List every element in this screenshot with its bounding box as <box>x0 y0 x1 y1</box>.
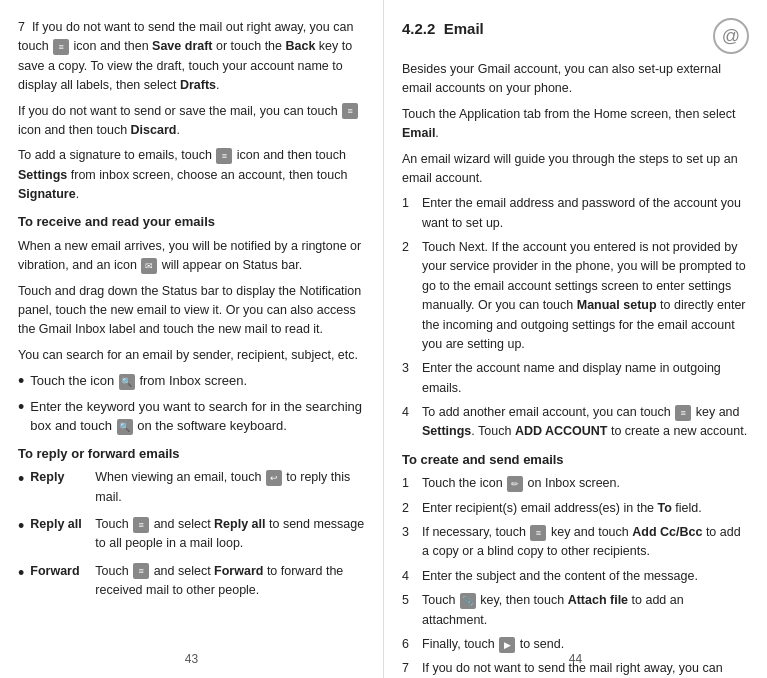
forward-icon: ≡ <box>133 563 149 579</box>
reply-all-row: • Reply all Touch ≡ and select Reply all… <box>18 515 365 554</box>
reply-all-desc: Touch ≡ and select Reply all to send mes… <box>95 515 365 554</box>
send-6-text: Finally, touch ▶ to send. <box>422 635 749 654</box>
bullet-dot-2: • <box>18 398 24 416</box>
forward-bullet: • <box>18 564 24 582</box>
para-search-intro: You can search for an email by sender, r… <box>18 346 365 365</box>
reply-all-icon: ≡ <box>133 517 149 533</box>
reply-row: • Reply When viewing an email, touch ↩ t… <box>18 468 365 507</box>
right-p3: An email wizard will guide you through t… <box>402 150 749 189</box>
para-receive-2: Touch and drag down the Status bar to di… <box>18 282 365 340</box>
send-5-text: Touch 📎 key, then touch Attach file to a… <box>422 591 749 630</box>
para-signature: To add a signature to emails, touch ≡ ic… <box>18 146 365 204</box>
bullet-touch-icon: • Touch the icon 🔍 from Inbox screen. <box>18 371 365 391</box>
step-4-text: To add another email account, you can to… <box>422 403 749 442</box>
section-422-header: 4.2.2 Email @ <box>402 18 749 54</box>
section-422-title: 4.2.2 Email <box>402 18 484 41</box>
reply-bullet: • <box>18 470 24 488</box>
send-2-num: 2 <box>402 499 418 518</box>
reply-label: Reply <box>30 468 95 487</box>
step-1: 1 Enter the email address and password o… <box>402 194 749 233</box>
send-step-5: 5 Touch 📎 key, then touch Attach file to… <box>402 591 749 630</box>
step-4-num: 4 <box>402 403 418 422</box>
send-icon: ▶ <box>499 637 515 653</box>
send-1-text: Touch the icon ✏ on Inbox screen. <box>422 474 749 493</box>
settings-icon-inline: ≡ <box>216 148 232 164</box>
step-2: 2 Touch Next. If the account you entered… <box>402 238 749 354</box>
search-keyboard-icon: 🔍 <box>117 419 133 435</box>
menu-icon-small: ≡ <box>342 103 358 119</box>
bullet-keyword-text: Enter the keyword you want to search for… <box>30 397 365 436</box>
send-3-text: If necessary, touch ≡ key and touch Add … <box>422 523 749 562</box>
compose-icon: ✏ <box>507 476 523 492</box>
step-3-text: Enter the account name and display name … <box>422 359 749 398</box>
draft-icon: ≡ <box>53 39 69 55</box>
step-4: 4 To add another email account, you can … <box>402 403 749 442</box>
bullet-keyword: • Enter the keyword you want to search f… <box>18 397 365 436</box>
right-page: 4.2.2 Email @ Besides your Gmail account… <box>384 0 767 678</box>
search-icon: 🔍 <box>119 374 135 390</box>
send-3-num: 3 <box>402 523 418 542</box>
reply-all-bullet: • <box>18 517 24 535</box>
send-step-4: 4 Enter the subject and the content of t… <box>402 567 749 586</box>
send-5-num: 5 <box>402 591 418 610</box>
para-receive-1: When a new email arrives, you will be no… <box>18 237 365 276</box>
send-1-num: 1 <box>402 474 418 493</box>
send-step-3: 3 If necessary, touch ≡ key and touch Ad… <box>402 523 749 562</box>
section-receive-heading: To receive and read your emails <box>18 212 365 232</box>
send-7-num: 7 <box>402 659 418 678</box>
para-7: 7 If you do not want to send the mail ou… <box>18 18 365 96</box>
setup-steps: 1 Enter the email address and password o… <box>402 194 749 442</box>
at-sign: @ <box>722 23 740 50</box>
forward-label: Forward <box>30 562 95 581</box>
step-3-num: 3 <box>402 359 418 378</box>
section-number: 4.2.2 Email <box>402 20 484 37</box>
left-page: 7 If you do not want to send the mail ou… <box>0 0 384 678</box>
send-4-text: Enter the subject and the content of the… <box>422 567 749 586</box>
send-6-num: 6 <box>402 635 418 654</box>
section-reply-heading: To reply or forward emails <box>18 444 365 464</box>
para-no-send: If you do not want to send or save the m… <box>18 102 365 141</box>
step-2-text: Touch Next. If the account you entered i… <box>422 238 749 354</box>
send-2-text: Enter recipient(s) email address(es) in … <box>422 499 749 518</box>
bullet-dot-1: • <box>18 372 24 390</box>
forward-row: • Forward Touch ≡ and select Forward to … <box>18 562 365 601</box>
send-4-num: 4 <box>402 567 418 586</box>
cc-icon: ≡ <box>530 525 546 541</box>
section-create-heading: To create and send emails <box>402 450 749 470</box>
book-spread: 7 If you do not want to send the mail ou… <box>0 0 767 678</box>
reply-all-label: Reply all <box>30 515 95 534</box>
reply-desc: When viewing an email, touch ↩ to reply … <box>95 468 365 507</box>
right-p2: Touch the Application tab from the Home … <box>402 105 749 144</box>
step-3: 3 Enter the account name and display nam… <box>402 359 749 398</box>
envelope-icon: ✉ <box>141 258 157 274</box>
menu-icon-4: ≡ <box>675 405 691 421</box>
attach-icon: 📎 <box>460 593 476 609</box>
reply-grid: • Reply When viewing an email, touch ↩ t… <box>18 468 365 600</box>
step-2-num: 2 <box>402 238 418 257</box>
step-1-text: Enter the email address and password of … <box>422 194 749 233</box>
send-7-text: If you do not want to send the mail righ… <box>422 659 749 678</box>
send-step-1: 1 Touch the icon ✏ on Inbox screen. <box>402 474 749 493</box>
email-app-icon: @ <box>713 18 749 54</box>
send-step-2: 2 Enter recipient(s) email address(es) i… <box>402 499 749 518</box>
send-steps: 1 Touch the icon ✏ on Inbox screen. 2 En… <box>402 474 749 678</box>
reply-icon: ↩ <box>266 470 282 486</box>
bullet-touch-icon-text: Touch the icon 🔍 from Inbox screen. <box>30 371 365 391</box>
forward-desc: Touch ≡ and select Forward to forward th… <box>95 562 365 601</box>
right-page-number: 44 <box>569 650 582 668</box>
step-1-num: 1 <box>402 194 418 213</box>
right-p1: Besides your Gmail account, you can also… <box>402 60 749 99</box>
left-page-number: 43 <box>185 650 198 668</box>
